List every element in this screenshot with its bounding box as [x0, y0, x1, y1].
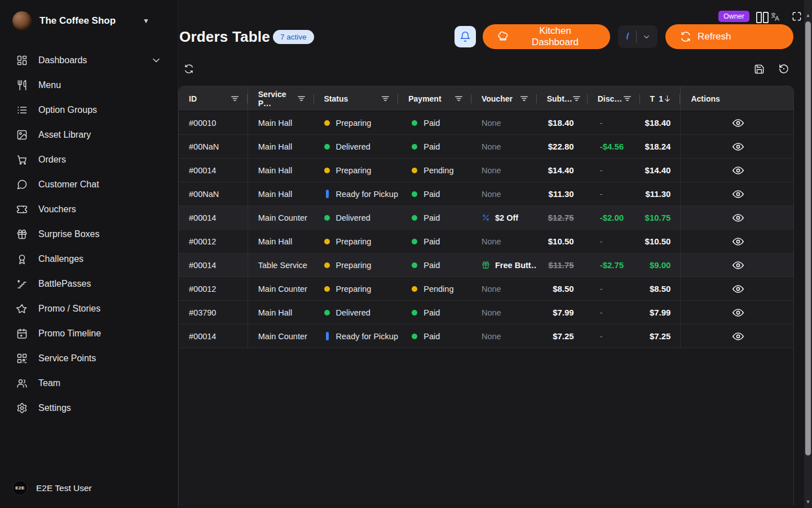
cell-subtotal: $7.25	[537, 325, 588, 348]
sidebar-item-option-groups[interactable]: Option Groups	[0, 98, 178, 122]
table-row[interactable]: #00014Main CounterReady for PickupPaidNo…	[179, 325, 793, 348]
view-order-button[interactable]	[732, 212, 744, 224]
workspace-switcher[interactable]: The Coffee Shop ▼	[0, 0, 178, 30]
filter-icon[interactable]	[623, 94, 632, 103]
cell-service-point: Main Hall	[248, 111, 314, 134]
scroll-down-arrow[interactable]: ▼	[804, 498, 812, 506]
team-icon	[16, 378, 28, 389]
table-row[interactable]: #03790Main HallDeliveredPaidNone$7.99-$7…	[179, 301, 793, 325]
avatar: E2E	[12, 480, 28, 496]
column-header-service-p[interactable]: Service P…	[248, 86, 314, 111]
table-row[interactable]: #00NaNMain HallDeliveredPaidNone$22.80-$…	[179, 135, 793, 159]
filter-icon[interactable]	[381, 94, 390, 103]
cell-payment: Paid	[398, 111, 471, 134]
cell-voucher: None	[471, 230, 537, 253]
vertical-scrollbar[interactable]: ▲ ▼	[804, 0, 812, 508]
filter-icon[interactable]	[297, 94, 306, 103]
cell-order-id: #00NaN	[179, 135, 248, 158]
sidebar-item-surprise-boxes[interactable]: Surprise Boxes	[0, 222, 178, 247]
cell-payment: Paid	[398, 135, 471, 158]
column-header-voucher[interactable]: Voucher	[471, 86, 537, 111]
sidebar-item-promo-timeline[interactable]: Promo Timeline	[0, 321, 178, 346]
sidebar-item-dashboards[interactable]: Dashboards	[0, 48, 178, 73]
scroll-up-arrow[interactable]: ▲	[804, 11, 812, 19]
refresh-button[interactable]: Refresh	[665, 24, 793, 49]
view-order-button[interactable]	[732, 141, 744, 153]
column-header-disc[interactable]: Disc…	[588, 86, 640, 111]
voucher-label: Free Butt…	[495, 261, 537, 270]
filter-icon[interactable]	[520, 94, 528, 103]
filter-icon[interactable]	[454, 94, 463, 103]
cell-voucher: None	[471, 159, 537, 182]
grid-icon	[16, 55, 28, 66]
table-refresh-icon[interactable]	[184, 64, 194, 74]
cell-total: $8.50	[640, 277, 681, 300]
sidebar-item-challenges[interactable]: Challenges	[0, 247, 178, 271]
table-row[interactable]: #00012Main CounterPreparingPendingNone$8…	[179, 277, 793, 301]
sidebar-item-team[interactable]: Team	[0, 371, 178, 396]
sidebar-item-promo-stories[interactable]: Promo / Stories	[0, 296, 178, 321]
sidebar-item-orders[interactable]: Orders	[0, 147, 178, 172]
table-row[interactable]: #00014Main CounterDeliveredPaid$2 Off$12…	[179, 206, 793, 230]
history-icon[interactable]	[778, 63, 789, 75]
column-header-actions[interactable]: Actions	[680, 86, 793, 111]
cell-discount: -$2.75	[588, 253, 640, 277]
cell-order-id: #00014	[179, 325, 248, 348]
table-row[interactable]: #00010Main HallPreparingPaidNone$18.40-$…	[179, 111, 793, 135]
fullscreen-icon[interactable]	[791, 11, 802, 22]
sidebar-item-label: Option Groups	[38, 105, 97, 115]
column-header-id[interactable]: ID	[179, 86, 248, 111]
cell-total: $10.50	[640, 230, 681, 253]
filter-icon[interactable]	[231, 94, 239, 103]
layout-columns-icon[interactable]	[755, 11, 769, 24]
cell-voucher: None	[471, 277, 537, 300]
active-orders-badge: 7 active	[273, 30, 314, 44]
sidebar-item-vouchers[interactable]: Vouchers	[0, 197, 178, 222]
table-row[interactable]: #00014Main HallPreparingPendingNone$14.4…	[179, 159, 793, 182]
view-order-button[interactable]	[732, 235, 744, 248]
table-row[interactable]: #00NaNMain HallReady for PickupPaidNone$…	[179, 182, 793, 206]
sidebar-item-customer-chat[interactable]: Customer Chat	[0, 172, 178, 197]
view-order-button[interactable]	[732, 117, 744, 129]
column-header-status[interactable]: Status	[314, 86, 399, 111]
sidebar-user[interactable]: E2E E2E Test User	[12, 480, 92, 496]
sidebar-item-settings[interactable]: Settings	[0, 396, 178, 421]
translate-icon[interactable]	[770, 12, 780, 21]
sidebar-item-menu[interactable]: Menu	[0, 73, 178, 98]
sort-desc-icon	[663, 94, 672, 103]
kitchen-dashboard-split-dropdown[interactable]	[618, 25, 657, 48]
view-order-button[interactable]	[732, 188, 744, 200]
status-ready-bar-icon	[326, 190, 329, 198]
kitchen-dashboard-button[interactable]: Kitchen Dashboard	[483, 24, 610, 49]
cell-order-id: #03790	[179, 301, 248, 324]
save-icon[interactable]	[754, 64, 765, 75]
view-order-button[interactable]	[732, 259, 744, 271]
notifications-button[interactable]	[454, 26, 476, 47]
view-order-button[interactable]	[732, 330, 744, 343]
column-header-payment[interactable]: Payment	[398, 86, 471, 111]
sidebar-item-service-points[interactable]: Service Points	[0, 346, 178, 371]
cell-actions	[680, 230, 793, 253]
table-row[interactable]: #00012Main HallPreparingPaidNone$10.50-$…	[179, 230, 793, 253]
payment-dot-icon	[412, 120, 417, 126]
scrollbar-thumb[interactable]	[805, 21, 811, 456]
eye-icon	[732, 306, 744, 319]
table-row[interactable]: #00014Table ServicePreparingPaidFree But…	[179, 253, 793, 277]
cell-payment: Pending	[398, 159, 471, 182]
column-label: Subt…	[547, 94, 572, 103]
view-order-button[interactable]	[732, 164, 744, 177]
filter-icon[interactable]	[572, 94, 581, 103]
eye-icon	[732, 188, 744, 200]
sidebar-item-battlepasses[interactable]: BattlePasses	[0, 271, 178, 296]
sidebar-item-label: Menu	[38, 80, 61, 90]
cell-status: Preparing	[314, 253, 399, 277]
column-header-t[interactable]: T1	[640, 86, 681, 111]
column-header-subt[interactable]: Subt…	[537, 86, 588, 111]
view-order-button[interactable]	[732, 306, 744, 319]
view-order-button[interactable]	[732, 283, 744, 295]
status-dot-icon	[324, 168, 330, 173]
sidebar-item-asset-library[interactable]: Asset Library	[0, 122, 178, 147]
cell-voucher: None	[471, 325, 537, 348]
gift-icon	[16, 229, 28, 240]
cell-status: Delivered	[314, 206, 399, 229]
